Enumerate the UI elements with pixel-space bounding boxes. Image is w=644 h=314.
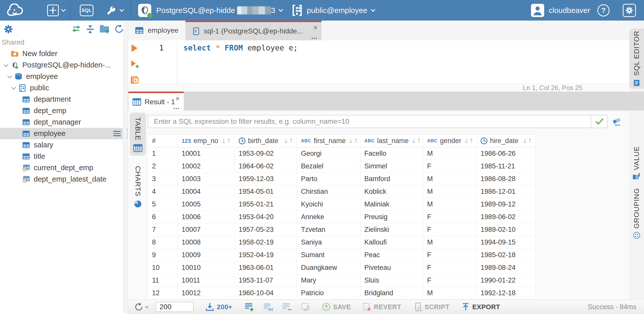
- cell-first_name[interactable]: Kyoichi: [297, 198, 360, 211]
- cell-birth_date[interactable]: 1953-09-02: [235, 147, 297, 160]
- tree-item-public[interactable]: public: [0, 82, 127, 94]
- row-number-cell[interactable]: 6: [148, 211, 178, 223]
- cell-gender[interactable]: F: [423, 249, 477, 261]
- cell-hire_date[interactable]: 1986-06-26: [477, 147, 536, 160]
- column-header-emp_no[interactable]: 123emp_no↓↑: [178, 135, 235, 147]
- fetch-next-page-button[interactable]: 200+: [205, 302, 232, 311]
- chevron-down-icon[interactable]: [6, 72, 14, 81]
- row-number-cell[interactable]: 2: [148, 160, 178, 173]
- tree-item-PostgreSQL-ep-hidden--[interactable]: PostgreSQL@ep-hidden-...: [0, 59, 127, 71]
- cell-hire_date[interactable]: 1994-09-15: [477, 236, 536, 249]
- tree-item-dept_emp[interactable]: dept_emp: [0, 105, 127, 116]
- refresh-tree-icon[interactable]: [115, 24, 124, 33]
- sort-icon[interactable]: ↓↑: [522, 137, 534, 145]
- cell-first_name[interactable]: Mary: [297, 274, 360, 287]
- sort-icon[interactable]: ↓↑: [411, 137, 423, 145]
- collapse-all-icon[interactable]: [85, 24, 95, 34]
- row-number-cell[interactable]: 7: [148, 223, 178, 236]
- tab-employee[interactable]: employee: [128, 21, 185, 40]
- cell-hire_date[interactable]: 1989-09-12: [477, 198, 536, 211]
- tab-more-icon[interactable]: ...: [311, 35, 318, 39]
- cell-last_name[interactable]: Sluis: [360, 274, 423, 287]
- cloudbeaver-logo[interactable]: [6, 4, 26, 17]
- cell-hire_date[interactable]: 1986-12-01: [477, 185, 536, 198]
- cell-last_name[interactable]: Koblick: [360, 185, 423, 198]
- cell-emp_no[interactable]: 10012: [178, 287, 235, 300]
- sql-code-line[interactable]: select * FROM employee e;: [183, 43, 298, 52]
- row-number-cell[interactable]: 10: [148, 261, 178, 274]
- cell-birth_date[interactable]: 1960-10-04: [235, 287, 297, 300]
- chevron-down-icon[interactable]: [2, 61, 11, 69]
- add-folder-icon[interactable]: [99, 24, 110, 33]
- user-menu[interactable]: cloudbeaver: [531, 4, 590, 17]
- cell-birth_date[interactable]: 1953-04-20: [235, 211, 297, 223]
- cell-hire_date[interactable]: 1989-02-10: [477, 223, 536, 236]
- cell-last_name[interactable]: Simmel: [360, 160, 423, 173]
- row-number-cell[interactable]: 5: [148, 198, 178, 211]
- tab-sql-1[interactable]: sql-1 (PostgreSQL@ep-hidde... × ...: [185, 21, 321, 40]
- cell-last_name[interactable]: Bamford: [360, 173, 423, 185]
- cell-last_name[interactable]: Facello: [360, 147, 423, 160]
- tree-item-current_dept_emp[interactable]: current_dept_emp: [0, 162, 127, 173]
- tools-button[interactable]: [106, 5, 123, 16]
- close-icon[interactable]: ×: [176, 95, 180, 102]
- row-number-cell[interactable]: 9: [148, 249, 178, 261]
- sidebar-scrollbar[interactable]: [123, 21, 127, 313]
- open-sql-editor-button[interactable]: SQL: [80, 5, 93, 16]
- cell-last_name[interactable]: Piveteau: [360, 261, 423, 274]
- cell-hire_date[interactable]: 1985-11-21: [477, 160, 536, 173]
- auto-apply-button[interactable]: [301, 302, 310, 311]
- tab-charts-view[interactable]: CHARTS: [130, 161, 146, 212]
- cell-birth_date[interactable]: 1963-06-01: [235, 261, 297, 274]
- cell-hire_date[interactable]: 1986-08-28: [477, 173, 536, 185]
- cell-hire_date[interactable]: 1989-08-24: [477, 261, 536, 274]
- tab-grouping-panel[interactable]: GROUPING: [633, 188, 641, 239]
- cell-emp_no[interactable]: 10008: [178, 236, 235, 249]
- column-header-gender[interactable]: ABCgender↓↑: [423, 135, 477, 147]
- cell-first_name[interactable]: Chirstian: [297, 185, 360, 198]
- cell-gender[interactable]: M: [423, 198, 477, 211]
- tab-result-1[interactable]: Result - 1 × ...: [128, 92, 184, 111]
- cell-emp_no[interactable]: 10002: [178, 160, 235, 173]
- row-number-cell[interactable]: 12: [148, 287, 178, 300]
- apply-filter-button[interactable]: [591, 115, 608, 128]
- cell-emp_no[interactable]: 10004: [178, 185, 235, 198]
- cell-first_name[interactable]: Patricio: [297, 287, 360, 300]
- cell-birth_date[interactable]: 1957-05-23: [235, 223, 297, 236]
- sort-icon[interactable]: ↓↑: [464, 137, 476, 145]
- cell-last_name[interactable]: Zielinski: [360, 223, 423, 236]
- cell-last_name[interactable]: Preusig: [360, 211, 423, 223]
- cell-last_name[interactable]: Bridgland: [360, 287, 423, 300]
- revert-button[interactable]: REVERT: [363, 302, 401, 311]
- add-row-button[interactable]: [244, 302, 254, 311]
- settings-button[interactable]: [623, 4, 636, 17]
- column-header-first_name[interactable]: ABCfirst_name↓↑: [297, 135, 360, 147]
- tab-table-view[interactable]: TABLE: [130, 113, 146, 156]
- cell-gender[interactable]: F: [423, 211, 477, 223]
- cell-first_name[interactable]: Duangkaew: [297, 261, 360, 274]
- cell-emp_no[interactable]: 10010: [178, 261, 235, 274]
- cell-birth_date[interactable]: 1955-01-21: [235, 198, 297, 211]
- cell-birth_date[interactable]: 1952-04-19: [235, 249, 297, 261]
- row-number-cell[interactable]: 4: [148, 185, 178, 198]
- cell-emp_no[interactable]: 10007: [178, 223, 235, 236]
- result-grid[interactable]: #123emp_no↓↑birth_date↓↑ABCfirst_name↓↑A…: [148, 134, 536, 300]
- duplicate-row-button[interactable]: [263, 302, 273, 311]
- sidebar-settings-gear-icon[interactable]: [4, 24, 13, 34]
- link-with-editor-icon[interactable]: [71, 24, 81, 33]
- cell-birth_date[interactable]: 1964-06-02: [235, 160, 297, 173]
- clear-filter-button[interactable]: [612, 117, 622, 126]
- cell-first_name[interactable]: Sumant: [297, 249, 360, 261]
- help-button[interactable]: ?: [597, 4, 610, 16]
- sort-icon[interactable]: ↓↑: [283, 137, 295, 145]
- close-icon[interactable]: ×: [313, 24, 317, 31]
- cell-first_name[interactable]: Georgi: [297, 147, 360, 160]
- tree-item-dept_manager[interactable]: dept_manager: [0, 116, 127, 128]
- cell-birth_date[interactable]: 1953-11-07: [235, 274, 297, 287]
- cell-birth_date[interactable]: 1958-02-19: [235, 236, 297, 249]
- cell-gender[interactable]: F: [423, 160, 477, 173]
- tree-item-department[interactable]: department: [0, 94, 127, 105]
- cell-first_name[interactable]: Tzvetan: [297, 223, 360, 236]
- cell-first_name[interactable]: Anneke: [297, 211, 360, 223]
- column-header-birth_date[interactable]: birth_date↓↑: [235, 135, 297, 147]
